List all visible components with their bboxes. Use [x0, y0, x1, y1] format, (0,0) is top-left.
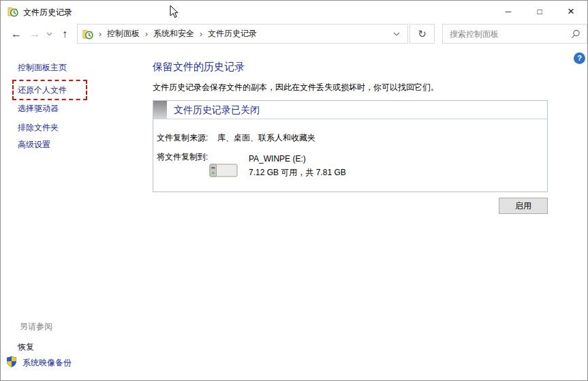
- drive-capacity: 7.12 GB 可用，共 7.81 GB: [249, 167, 346, 179]
- recent-pages-chevron-icon[interactable]: [44, 24, 55, 44]
- breadcrumb-separator-icon: ›: [140, 29, 153, 39]
- sidebar-item-system-image-backup[interactable]: 系统映像备份: [22, 357, 72, 369]
- window-title: 文件历史记录: [23, 7, 72, 18]
- restore-files-annotation-box: 还原个人文件: [12, 80, 87, 100]
- search-icon[interactable]: [571, 29, 581, 39]
- address-bar[interactable]: › 控制面板 › 系统和安全 › 文件历史记录: [77, 24, 408, 44]
- breadcrumb-item-file-history[interactable]: 文件历史记录: [208, 28, 257, 40]
- sidebar-item-recovery[interactable]: 恢复: [18, 341, 34, 353]
- maximize-button[interactable]: □: [524, 1, 555, 22]
- file-history-window: 文件历史记录 ─ □ × ← → ↑ › 控制面板 › 系统和安全 ›: [0, 0, 588, 381]
- address-dropdown-chevron-icon[interactable]: [393, 32, 407, 36]
- breadcrumb-item-control-panel[interactable]: 控制面板: [107, 28, 140, 40]
- copy-source-value: 库、桌面、联系人和收藏夹: [217, 132, 315, 144]
- file-history-status-panel: 文件历史记录已关闭 文件复制来源: 库、桌面、联系人和收藏夹 将文件复制到: P…: [153, 100, 548, 192]
- help-icon[interactable]: ?: [574, 52, 585, 64]
- enable-button[interactable]: 启用: [499, 198, 548, 214]
- window-controls: ─ □ ×: [493, 1, 587, 22]
- sidebar-item-control-panel-home[interactable]: 控制面板主页: [18, 62, 67, 74]
- drive-name: PA_WINPE (E:): [249, 154, 306, 164]
- up-button[interactable]: ↑: [56, 24, 74, 44]
- search-box: [442, 24, 587, 44]
- sidebar-item-restore-personal-files[interactable]: 还原个人文件: [14, 85, 67, 96]
- page-description: 文件历史记录会保存文件的副本，因此在文件丢失或损坏时，你可以找回它们。: [153, 82, 439, 93]
- status-off-indicator: [153, 101, 167, 119]
- forward-button[interactable]: →: [27, 24, 43, 44]
- status-title: 文件历史记录已关闭: [174, 101, 260, 119]
- search-input[interactable]: [450, 29, 571, 39]
- sidebar-item-exclude-folders[interactable]: 排除文件夹: [18, 122, 59, 134]
- breadcrumb-app-icon[interactable]: [82, 29, 93, 40]
- breadcrumb-separator-icon: ›: [194, 29, 208, 39]
- minimize-button[interactable]: ─: [493, 1, 524, 22]
- breadcrumb-separator-icon: ›: [93, 29, 107, 39]
- page-title: 保留文件的历史记录: [153, 61, 245, 74]
- refresh-button[interactable]: ↻: [409, 24, 435, 44]
- copy-source-label: 文件复制来源:: [157, 132, 208, 144]
- sidebar-item-select-drive[interactable]: 选择驱动器: [18, 103, 59, 115]
- close-button[interactable]: ×: [555, 1, 587, 22]
- see-also-header: 另请参阅: [20, 321, 52, 333]
- sidebar-item-advanced-settings[interactable]: 高级设置: [18, 139, 50, 151]
- uac-shield-icon: [6, 356, 17, 369]
- external-drive-icon: [209, 162, 238, 181]
- file-history-icon: [7, 6, 18, 17]
- back-button[interactable]: ←: [7, 24, 25, 44]
- breadcrumb-item-system-security[interactable]: 系统和安全: [153, 28, 194, 40]
- mouse-cursor: [170, 5, 179, 20]
- titlebar: 文件历史记录 ─ □ ×: [1, 1, 587, 22]
- copy-target-label: 将文件复制到:: [157, 151, 208, 163]
- status-panel-header: 文件历史记录已关闭: [153, 101, 547, 119]
